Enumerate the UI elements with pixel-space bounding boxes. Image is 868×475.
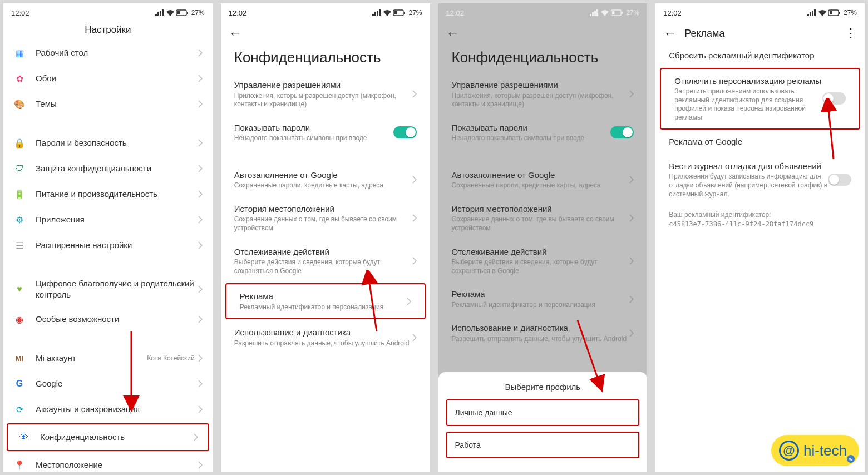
chevron-right-icon: [629, 295, 634, 303]
toggle-debug[interactable]: [828, 174, 851, 186]
row-show-passwords[interactable]: Показывать пароли Ненадолго показывать с…: [221, 116, 430, 150]
row-passwords-security[interactable]: 🔒 Пароли и безопасность: [3, 130, 213, 156]
row-power-performance[interactable]: 🔋 Питание и производительность: [3, 181, 213, 207]
row-advanced-settings[interactable]: ☰ Расширенные настройки: [3, 232, 213, 258]
row-reset-ad-id[interactable]: Сбросить рекламный идентификатор: [655, 43, 865, 68]
svg-rect-16: [590, 14, 591, 16]
chevron-right-icon: [198, 75, 203, 82]
row-permission-manager[interactable]: Управление разрешениями Приложения, кото…: [221, 73, 430, 116]
mi-icon: MI: [13, 352, 26, 364]
account-name: Котя Котейский: [147, 354, 195, 362]
row-google-ads[interactable]: Реклама от Google: [655, 130, 865, 154]
row-google-autofill: Автозаполнение от Google Сохраненные пар…: [438, 163, 648, 197]
row-ads[interactable]: Реклама Рекламный идентификатор и персон…: [225, 283, 426, 319]
row-apps[interactable]: ⚙ Приложения: [3, 207, 213, 232]
svg-rect-11: [379, 9, 381, 16]
chevron-right-icon: [198, 100, 203, 108]
row-sublabel: Разрешить отправлять данные, чтобы улучш…: [452, 335, 630, 344]
chevron-right-icon: [198, 354, 203, 362]
status-icons: 27%: [807, 9, 857, 17]
back-button[interactable]: ←: [229, 26, 242, 41]
row-label: Google: [36, 378, 198, 389]
row-label: Использование и диагностика: [452, 323, 630, 334]
shield-icon: 🛡: [13, 162, 26, 175]
row-location-history[interactable]: История местоположений Сохранение данных…: [221, 197, 430, 240]
row-label: История местоположений: [452, 204, 630, 215]
back-button[interactable]: ←: [663, 26, 677, 41]
chevron-right-icon: [198, 165, 203, 172]
back-button[interactable]: ←: [446, 26, 460, 41]
row-location[interactable]: 📍 Местоположение: [3, 452, 213, 472]
watermark-badge: @ hi-tech w: [771, 435, 859, 466]
row-mi-account[interactable]: MI Mi аккаунт Котя Котейский: [3, 345, 213, 371]
watermark-text: hi-tech: [803, 442, 847, 459]
vk-icon: w: [847, 455, 855, 463]
row-accounts-sync[interactable]: ⟳ Аккаунты и синхронизация: [3, 397, 213, 422]
chevron-right-icon: [194, 433, 198, 441]
grid-icon: ▦: [13, 47, 26, 59]
chevron-right-icon: [198, 315, 203, 323]
status-icons: 27%: [590, 9, 639, 17]
svg-rect-24: [807, 14, 809, 16]
row-debug-log[interactable]: Вести журнал отладки для объявлений Прил…: [655, 154, 865, 205]
row-label: Реклама: [452, 289, 630, 300]
row-google[interactable]: G Google: [3, 371, 213, 397]
chevron-right-icon: [629, 214, 634, 222]
wallpaper-icon: ✿: [13, 72, 26, 85]
row-label: Цифровое благополучие и родительский кон…: [36, 278, 198, 300]
profile-option-personal[interactable]: Личные данные: [446, 399, 640, 426]
chevron-right-icon: [198, 190, 203, 198]
google-icon: G: [13, 378, 26, 390]
signal-icon: [155, 9, 164, 16]
page-title: Конфиденциальность: [438, 43, 648, 73]
clock: 12:02: [663, 9, 682, 17]
row-activity-tracking[interactable]: Отслеживание действий Выберите действия …: [221, 240, 430, 283]
svg-rect-0: [155, 14, 157, 16]
row-sublabel: Ненадолго показывать символы при вводе: [234, 134, 393, 143]
row-sublabel: Сохранение данных о том, где вы бываете …: [452, 215, 630, 232]
settings-list[interactable]: ▦ Рабочий стол ✿ Обои 🎨 Темы 🔒 Пароли и …: [3, 40, 213, 472]
row-wallpaper[interactable]: ✿ Обои: [3, 66, 213, 91]
signal-icon: [372, 9, 381, 16]
chevron-right-icon: [412, 214, 417, 222]
title-bar: ←: [438, 22, 648, 43]
row-google-autofill[interactable]: Автозаполнение от Google Сохраненные пар…: [221, 163, 430, 197]
clock: 12:02: [11, 9, 29, 17]
svg-rect-17: [592, 12, 594, 16]
row-sublabel: Рекламный идентификатор и персонализация: [452, 301, 630, 310]
toggle-show-passwords[interactable]: [393, 126, 417, 138]
row-themes[interactable]: 🎨 Темы: [3, 91, 213, 117]
chevron-right-icon: [629, 257, 634, 265]
sliders-icon: ☰: [13, 239, 26, 251]
privacy-list[interactable]: Управление разрешениями Приложения, кото…: [221, 73, 430, 472]
status-bar: 12:02 27%: [438, 3, 648, 22]
row-label: Показывать пароли: [234, 122, 393, 133]
row-desktop[interactable]: ▦ Рабочий стол: [3, 40, 213, 66]
row-sublabel: Приложения, которым разрешен доступ (мик…: [452, 92, 630, 109]
row-digital-wellbeing[interactable]: ♥ Цифровое благополучие и родительский к…: [3, 271, 213, 306]
more-menu-button[interactable]: ⋮: [845, 26, 857, 41]
chevron-right-icon: [629, 176, 634, 184]
chevron-right-icon: [198, 216, 203, 224]
row-usage-diagnostics[interactable]: Использование и диагностика Разрешить от…: [221, 320, 430, 354]
clock: 12:02: [446, 9, 465, 17]
signal-icon: [807, 9, 816, 16]
accessibility-icon: ◉: [13, 313, 26, 325]
profile-option-work[interactable]: Работа: [446, 432, 640, 458]
row-ads: Реклама Рекламный идентификатор и персон…: [438, 282, 648, 316]
row-label: Конфиденциальность: [40, 432, 194, 443]
battery-icon: [176, 9, 189, 16]
row-label: Управление разрешениями: [452, 80, 630, 91]
battery-icon: [393, 9, 406, 16]
row-privacy-protection[interactable]: 🛡 Защита конфиденциальности: [3, 156, 213, 181]
row-privacy[interactable]: 👁 Конфиденциальность: [7, 423, 209, 451]
row-label: Показывать пароли: [452, 122, 611, 133]
toggle-opt-out[interactable]: [822, 92, 846, 105]
ads-list[interactable]: Сбросить рекламный идентификатор Отключи…: [655, 43, 865, 472]
row-label: Питание и производительность: [36, 189, 198, 200]
battery-percent: 27%: [408, 9, 422, 17]
row-opt-out-personalization[interactable]: Отключить персонализацию рекламы Запрети…: [660, 68, 860, 130]
row-label: Аккаунты и синхронизация: [36, 404, 198, 415]
row-accessibility[interactable]: ◉ Особые возможности: [3, 306, 213, 332]
panel-privacy-sheet: 12:02 27% ← Конфиденциальность Управлени…: [438, 3, 648, 472]
